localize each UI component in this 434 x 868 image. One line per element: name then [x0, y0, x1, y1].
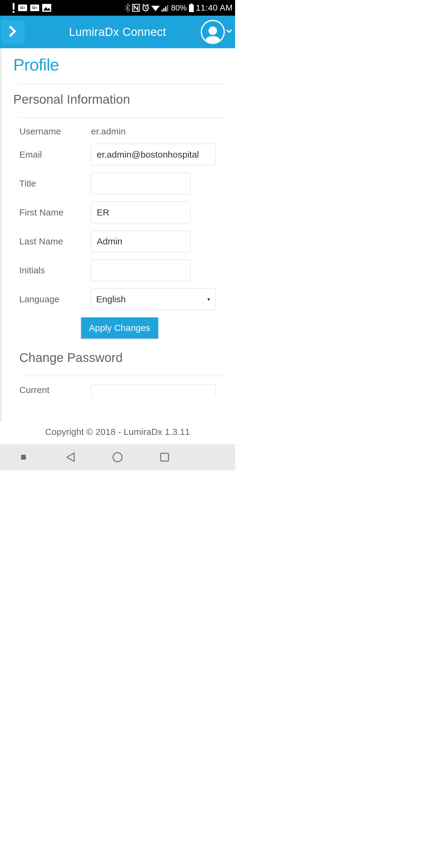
- apply-changes-button[interactable]: Apply Changes: [81, 317, 158, 338]
- svg-marker-8: [151, 6, 160, 11]
- row-first-name: First Name: [13, 202, 226, 223]
- title-field[interactable]: [91, 173, 190, 194]
- label-current-password: Current: [19, 385, 91, 395]
- nfc-icon: [132, 4, 140, 12]
- battery-icon: [189, 4, 194, 12]
- row-username: Username er.admin: [13, 126, 226, 136]
- svg-rect-12: [167, 5, 168, 11]
- home-button[interactable]: [111, 451, 124, 464]
- content-area: Profile Personal Information Username er…: [0, 48, 235, 421]
- news-icon: G≡: [18, 4, 27, 11]
- signal-icon: [161, 4, 169, 11]
- section-password-title: Change Password: [13, 350, 226, 365]
- section-personal-title: Personal Information: [13, 92, 226, 107]
- row-email: Email: [13, 144, 226, 165]
- news-icon: G≡: [30, 4, 39, 11]
- current-password-field[interactable]: [91, 384, 216, 396]
- divider: [19, 84, 226, 84]
- svg-rect-10: [163, 8, 164, 11]
- language-select-value: English: [96, 294, 126, 304]
- back-button[interactable]: [64, 451, 77, 464]
- email-field[interactable]: [91, 144, 216, 165]
- svg-rect-0: [13, 3, 14, 10]
- status-bar: G≡ G≡ 80% 11:40 AM: [0, 0, 235, 16]
- initials-field[interactable]: [91, 259, 190, 281]
- svg-rect-11: [165, 7, 166, 11]
- language-select[interactable]: English: [91, 288, 216, 310]
- user-menu-button[interactable]: [201, 20, 233, 44]
- svg-line-6: [143, 4, 144, 5]
- chevron-right-icon: [9, 26, 17, 38]
- row-language: Language English: [13, 288, 226, 310]
- footer-copyright: Copyright © 2018 - LumiraDx 1.3.11: [0, 421, 235, 444]
- label-first-name: First Name: [19, 207, 91, 218]
- row-current-password: Current: [13, 384, 226, 396]
- label-initials: Initials: [19, 265, 91, 276]
- label-username: Username: [19, 126, 91, 136]
- svg-point-16: [209, 27, 217, 35]
- priority-icon: [12, 3, 15, 13]
- chevron-down-icon: [226, 29, 232, 35]
- svg-rect-2: [42, 4, 51, 12]
- label-email: Email: [19, 150, 91, 160]
- bluetooth-icon: [125, 4, 130, 12]
- svg-rect-13: [190, 4, 193, 4]
- svg-rect-20: [161, 453, 168, 461]
- divider: [19, 376, 226, 376]
- divider: [19, 118, 226, 118]
- svg-point-19: [113, 453, 122, 462]
- page-title: Profile: [13, 48, 226, 84]
- svg-marker-18: [67, 453, 74, 461]
- label-language: Language: [19, 294, 91, 304]
- alarm-icon: [142, 4, 150, 12]
- svg-rect-1: [13, 11, 14, 13]
- value-username: er.admin: [91, 126, 126, 136]
- recent-apps-button[interactable]: [17, 451, 30, 464]
- overview-button[interactable]: [158, 451, 171, 464]
- row-initials: Initials: [13, 259, 226, 281]
- photo-icon: [42, 4, 51, 12]
- system-nav-bar: [0, 444, 235, 470]
- first-name-field[interactable]: [91, 202, 190, 223]
- menu-toggle-button[interactable]: [1, 20, 25, 44]
- svg-rect-9: [161, 10, 163, 11]
- last-name-field[interactable]: [91, 230, 190, 252]
- svg-rect-17: [21, 455, 26, 460]
- clock-time: 11:40 AM: [196, 3, 233, 13]
- label-last-name: Last Name: [19, 236, 91, 247]
- label-title: Title: [19, 179, 91, 189]
- avatar-icon: [201, 20, 225, 44]
- wifi-icon: [151, 4, 160, 11]
- row-last-name: Last Name: [13, 230, 226, 252]
- svg-line-7: [147, 4, 149, 5]
- app-header: LumiraDx Connect: [0, 16, 235, 48]
- app-title: LumiraDx Connect: [0, 26, 235, 38]
- battery-pct: 80%: [171, 3, 187, 13]
- row-title: Title: [13, 173, 226, 194]
